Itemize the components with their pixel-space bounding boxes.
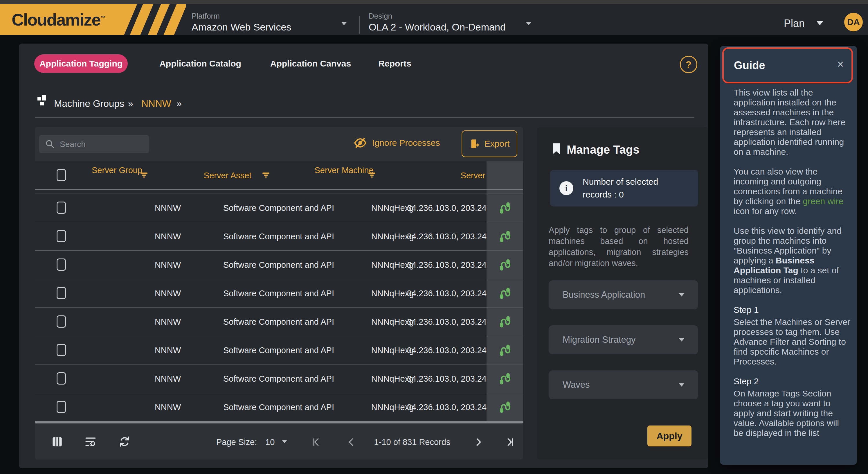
guide-step2-title: Step 2: [734, 377, 851, 386]
breadcrumb-machine-groups[interactable]: Machine Groups: [54, 98, 124, 109]
green-wire-icon: [498, 316, 511, 328]
business-application-dropdown[interactable]: Business Application: [549, 280, 698, 309]
chevron-down-icon[interactable]: [526, 22, 531, 25]
cell-server-group: NNNW: [139, 307, 197, 336]
row-checkbox[interactable]: [57, 372, 66, 385]
chevron-down-icon[interactable]: [816, 21, 823, 25]
row-checkbox[interactable]: [57, 202, 66, 214]
guide-step1-text: Select the Machines or Server processes …: [734, 317, 851, 366]
column-header-server[interactable]: Server: [429, 171, 485, 180]
tab-application-tagging[interactable]: Application Tagging: [34, 54, 128, 73]
refresh-icon[interactable]: [119, 436, 131, 448]
wire-connections-button[interactable]: [487, 393, 523, 421]
search-input[interactable]: Search: [39, 135, 149, 153]
selected-records-infobox: i Number of selected records : 0: [550, 170, 698, 207]
platform-select[interactable]: Amazon Web Services: [192, 22, 291, 33]
selected-records-text: Number of selected records : 0: [583, 175, 658, 201]
wire-connections-button[interactable]: [487, 222, 523, 250]
last-page-icon[interactable]: [504, 437, 515, 447]
row-checkbox[interactable]: [57, 316, 66, 328]
filter-icon[interactable]: [368, 172, 376, 178]
top-strip: [0, 0, 868, 4]
ignore-processes-button[interactable]: Ignore Processes: [353, 137, 440, 148]
column-header-server-machine[interactable]: Server Machine: [312, 165, 376, 175]
select-all-checkbox[interactable]: [57, 169, 66, 181]
next-page-icon[interactable]: [473, 437, 484, 447]
guide-step1-title: Step 1: [734, 305, 851, 315]
row-checkbox[interactable]: [57, 401, 66, 413]
cell-server-ips: 34.236.103.0, 203.24: [401, 364, 487, 393]
info-icon: i: [559, 181, 574, 195]
cell-server-ips: 34.236.103.0, 203.24: [401, 393, 487, 421]
wire-connections-button[interactable]: [487, 194, 523, 222]
row-checkbox[interactable]: [57, 230, 66, 242]
filter-icon[interactable]: [262, 172, 270, 178]
avatar[interactable]: DA: [844, 13, 863, 31]
row-checkbox[interactable]: [57, 344, 66, 356]
tab-reports[interactable]: Reports: [377, 54, 412, 73]
close-icon[interactable]: ×: [837, 59, 844, 70]
filter-icon[interactable]: [140, 172, 148, 178]
wire-connections-button[interactable]: [487, 364, 523, 393]
wire-connections-button[interactable]: [487, 250, 523, 279]
waves-dropdown[interactable]: Waves: [549, 370, 698, 399]
table-row: NNNW Software Component and API NNNqHexg…: [35, 279, 523, 307]
tab-application-canvas[interactable]: Application Canvas: [270, 54, 351, 73]
first-page-icon[interactable]: [311, 437, 322, 447]
cell-server-ips: 34.236.103.0, 203.24: [401, 307, 487, 336]
apply-button[interactable]: Apply: [647, 425, 691, 446]
row-checkbox[interactable]: [57, 287, 66, 299]
migration-strategy-dropdown[interactable]: Migration Strategy: [549, 325, 698, 354]
chevron-down-icon: [679, 383, 684, 387]
help-icon[interactable]: ?: [680, 56, 697, 73]
columns-icon[interactable]: [52, 436, 63, 447]
plan-menu[interactable]: Plan: [784, 18, 805, 30]
applications-table: Search Ignore Processes Export: [35, 127, 523, 460]
column-header-server-asset[interactable]: Server Asset: [196, 171, 259, 180]
table-row: NNNW Software Component and API NNNqHexg…: [35, 194, 523, 222]
export-icon: [469, 139, 480, 149]
page-size-select[interactable]: 10: [265, 437, 275, 447]
cell-server-ips: 34.236.103.0, 203.24: [401, 222, 487, 250]
eye-off-icon: [353, 137, 367, 148]
records-range: 1-10 of 831 Records: [369, 437, 456, 447]
green-wire-icon: [498, 259, 511, 271]
manage-tags-title: Manage Tags: [567, 143, 639, 156]
app-header: Cloudamize™ Platform Amazon Web Services…: [0, 4, 868, 35]
wire-connections-button[interactable]: [487, 336, 523, 364]
cell-server-group: NNNW: [139, 250, 197, 279]
guide-paragraph: This view lists all the application inst…: [734, 88, 851, 157]
breadcrumb-current-group[interactable]: NNNW: [142, 98, 171, 109]
design-label: Design: [369, 11, 392, 21]
cell-server-ips: 34.236.103.0, 203.24: [401, 194, 487, 222]
table-toolbar: Search Ignore Processes Export: [35, 127, 523, 161]
table-row: NNNW Software Component and API NNNqHexg…: [35, 336, 523, 364]
row-checkbox[interactable]: [57, 259, 66, 271]
table-body: NNNW Software Component and API NNNqHexg…: [35, 194, 523, 421]
breadcrumb-divider: [35, 117, 694, 118]
guide-panel: Guide × This view lists all the applicat…: [720, 46, 857, 465]
cell-server-ips: 34.236.103.0, 203.24: [401, 250, 487, 279]
brand-name: Cloudamize™: [11, 10, 105, 29]
dropdown-label: Migration Strategy: [563, 334, 636, 345]
wire-connections-button[interactable]: [487, 279, 523, 307]
chevron-down-icon[interactable]: [341, 22, 347, 25]
platform-label: Platform: [192, 11, 220, 21]
column-header-server-group[interactable]: Server Group: [88, 165, 146, 175]
text-wrap-icon[interactable]: [85, 436, 96, 447]
chevron-down-icon: [679, 293, 684, 297]
green-wire-icon: [498, 287, 511, 300]
table-row: NNNW Software Component and API NNNqHexg…: [35, 250, 523, 279]
cell-server-ips: 34.236.103.0, 203.24: [401, 279, 487, 307]
design-select[interactable]: OLA 2 - Workload, On-Demand: [369, 22, 506, 33]
horizontal-scrollbar[interactable]: [35, 421, 523, 423]
guide-paragraph: You can also view the incoming and outgo…: [734, 167, 851, 216]
ignore-processes-label: Ignore Processes: [372, 138, 440, 148]
tab-application-catalog[interactable]: Application Catalog: [158, 54, 242, 73]
chevron-down-icon[interactable]: [282, 440, 287, 443]
export-button[interactable]: Export: [462, 130, 517, 157]
dropdown-label: Business Application: [563, 290, 645, 300]
previous-page-icon[interactable]: [346, 437, 356, 447]
wire-connections-button[interactable]: [487, 307, 523, 336]
green-wire-icon: [498, 202, 511, 214]
